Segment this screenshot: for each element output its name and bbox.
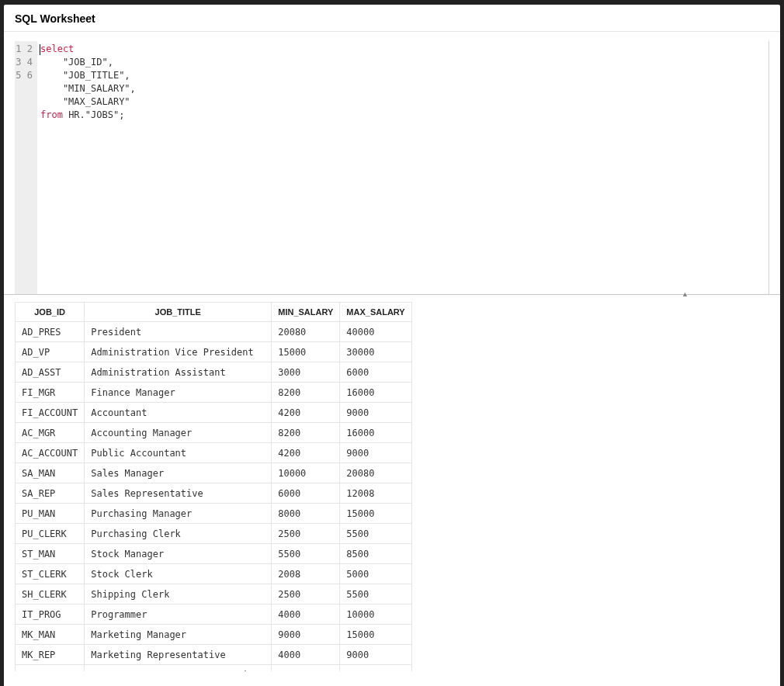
table-cell: 9000 (340, 665, 411, 672)
table-cell: PU_CLERK (16, 524, 85, 544)
table-cell: 16000 (340, 383, 411, 403)
table-cell: 30000 (340, 342, 411, 362)
table-cell: 20080 (340, 463, 411, 483)
table-row[interactable]: ST_MANStock Manager55008500 (16, 544, 412, 564)
table-cell: Sales Manager (85, 463, 272, 483)
table-cell: 2008 (272, 564, 340, 584)
table-cell: FI_MGR (16, 383, 85, 403)
table-row[interactable]: AC_ACCOUNTPublic Accountant42009000 (16, 443, 412, 463)
table-cell: Programmer (85, 605, 272, 625)
column-header-min_salary[interactable]: MIN_SALARY (272, 303, 340, 322)
table-cell: SA_MAN (16, 463, 85, 483)
table-cell: 9000 (340, 403, 411, 423)
table-row[interactable]: MK_REPMarketing Representative40009000 (16, 645, 412, 665)
table-cell: 5000 (340, 564, 411, 584)
table-cell: 2500 (272, 524, 340, 544)
table-row[interactable]: MK_MANMarketing Manager900015000 (16, 625, 412, 645)
results-pane[interactable]: JOB_IDJOB_TITLEMIN_SALARYMAX_SALARY AD_P… (4, 299, 780, 671)
table-row[interactable]: SH_CLERKShipping Clerk25005500 (16, 584, 412, 605)
table-cell: Purchasing Clerk (85, 524, 272, 544)
results-table[interactable]: JOB_IDJOB_TITLEMIN_SALARYMAX_SALARY AD_P… (15, 302, 412, 671)
table-row[interactable]: SA_MANSales Manager1000020080 (16, 463, 412, 483)
table-row[interactable]: SA_REPSales Representative600012008 (16, 483, 412, 504)
table-cell: 8200 (272, 423, 340, 443)
table-cell: ST_MAN (16, 544, 85, 564)
table-cell: 12008 (340, 483, 411, 504)
table-cell: HR_REP (16, 665, 85, 672)
table-cell: 4200 (272, 403, 340, 423)
table-cell: Marketing Representative (85, 645, 272, 665)
table-cell: Administration Vice President (85, 342, 272, 362)
table-cell: MK_REP (16, 645, 85, 665)
table-cell: Sales Representative (85, 483, 272, 504)
column-header-job_title[interactable]: JOB_TITLE (85, 303, 272, 322)
table-cell: 15000 (340, 625, 411, 645)
table-cell: MK_MAN (16, 625, 85, 645)
table-row[interactable]: AD_VPAdministration Vice President150003… (16, 342, 412, 362)
sql-code-area[interactable]: select "JOB_ID", "JOB_TITLE", "MIN_SALAR… (37, 41, 769, 294)
line-number-gutter: 1 2 3 4 5 6 (15, 41, 37, 294)
table-row[interactable]: FI_ACCOUNTAccountant42009000 (16, 403, 412, 423)
sql-editor[interactable]: 1 2 3 4 5 6 select "JOB_ID", "JOB_TITLE"… (4, 41, 780, 294)
panel-header: SQL Worksheet (4, 5, 780, 31)
table-cell: IT_PROG (16, 605, 85, 625)
splitter[interactable]: ▲ (4, 294, 780, 299)
table-cell: AC_ACCOUNT (16, 443, 85, 463)
table-cell: Administration Assistant (85, 362, 272, 383)
table-cell: AD_PRES (16, 322, 85, 342)
table-cell: 10000 (272, 463, 340, 483)
column-header-job_id[interactable]: JOB_ID (16, 303, 85, 322)
table-cell: 10000 (340, 605, 411, 625)
table-cell: AD_ASST (16, 362, 85, 383)
panel-title: SQL Worksheet (15, 12, 769, 25)
table-row[interactable]: IT_PROGProgrammer400010000 (16, 605, 412, 625)
table-row[interactable]: AD_PRESPresident2008040000 (16, 322, 412, 342)
table-row[interactable]: AC_MGRAccounting Manager820016000 (16, 423, 412, 443)
table-cell: ST_CLERK (16, 564, 85, 584)
table-cell: 4000 (272, 645, 340, 665)
table-cell: AC_MGR (16, 423, 85, 443)
table-row[interactable]: AD_ASSTAdministration Assistant30006000 (16, 362, 412, 383)
table-cell: 15000 (272, 342, 340, 362)
table-cell: 9000 (340, 443, 411, 463)
column-header-max_salary[interactable]: MAX_SALARY (340, 303, 411, 322)
table-cell: President (85, 322, 272, 342)
table-cell: Accounting Manager (85, 423, 272, 443)
table-row[interactable]: FI_MGRFinance Manager820016000 (16, 383, 412, 403)
table-cell: Human Resources Representative (85, 665, 272, 672)
table-cell: 2500 (272, 584, 340, 605)
table-cell: 16000 (340, 423, 411, 443)
table-cell: Stock Clerk (85, 564, 272, 584)
results-body: AD_PRESPresident2008040000AD_VPAdministr… (16, 322, 412, 672)
table-cell: Accountant (85, 403, 272, 423)
table-cell: 4000 (272, 665, 340, 672)
table-row[interactable]: HR_REPHuman Resources Representative4000… (16, 665, 412, 672)
table-cell: Purchasing Manager (85, 504, 272, 524)
table-row[interactable]: ST_CLERKStock Clerk20085000 (16, 564, 412, 584)
splitter-handle-icon[interactable]: ▲ (682, 290, 687, 298)
table-cell: 40000 (340, 322, 411, 342)
header-divider (4, 31, 780, 32)
table-cell: 8000 (272, 504, 340, 524)
table-cell: Stock Manager (85, 544, 272, 564)
table-row[interactable]: PU_CLERKPurchasing Clerk25005500 (16, 524, 412, 544)
table-cell: 4000 (272, 605, 340, 625)
table-cell: SA_REP (16, 483, 85, 504)
table-cell: 5500 (340, 584, 411, 605)
sql-worksheet-panel: SQL Worksheet 1 2 3 4 5 6 select "JOB_ID… (4, 5, 780, 686)
table-cell: SH_CLERK (16, 584, 85, 605)
table-cell: 5500 (340, 524, 411, 544)
table-cell: 6000 (340, 362, 411, 383)
app-frame: SQL Worksheet 1 2 3 4 5 6 select "JOB_ID… (0, 0, 784, 686)
table-cell: Public Accountant (85, 443, 272, 463)
table-cell: FI_ACCOUNT (16, 403, 85, 423)
table-cell: PU_MAN (16, 504, 85, 524)
table-cell: 15000 (340, 504, 411, 524)
table-cell: 3000 (272, 362, 340, 383)
table-row[interactable]: PU_MANPurchasing Manager800015000 (16, 504, 412, 524)
table-cell: 4200 (272, 443, 340, 463)
table-cell: 9000 (340, 645, 411, 665)
table-cell: 5500 (272, 544, 340, 564)
table-cell: 20080 (272, 322, 340, 342)
table-cell: Marketing Manager (85, 625, 272, 645)
